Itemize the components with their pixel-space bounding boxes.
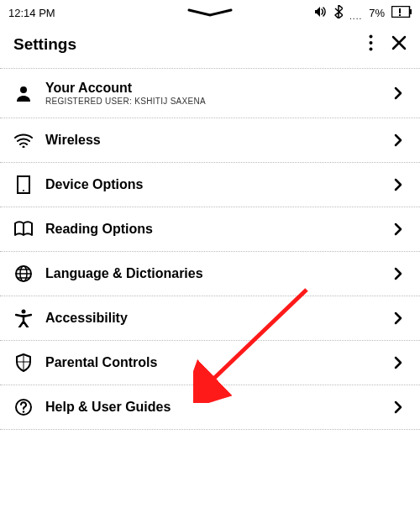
- item-title: Your Account: [45, 81, 378, 96]
- wifi-dots-icon: ....: [349, 12, 362, 21]
- book-icon: [13, 219, 34, 239]
- chevron-right-icon: [390, 178, 407, 191]
- battery-percent: 7%: [369, 7, 385, 19]
- settings-list: Your Account REGISTERED USER: KSHITIJ SA…: [0, 68, 420, 430]
- settings-item-device-options[interactable]: Device Options: [0, 162, 420, 207]
- item-title: Language & Dictionaries: [45, 266, 378, 281]
- bluetooth-icon: [334, 5, 343, 21]
- chevron-right-icon: [390, 356, 407, 369]
- status-bar: 12:14 PM .... 7%: [0, 0, 420, 23]
- status-time: 12:14 PM: [8, 7, 55, 19]
- settings-item-wireless[interactable]: Wireless: [0, 118, 420, 162]
- close-icon[interactable]: [391, 35, 407, 54]
- item-title: Reading Options: [45, 222, 378, 237]
- item-title: Parental Controls: [45, 355, 378, 370]
- settings-item-your-account[interactable]: Your Account REGISTERED USER: KSHITIJ SA…: [0, 68, 420, 118]
- chevron-right-icon: [390, 133, 407, 147]
- chevron-right-icon: [390, 311, 407, 325]
- svg-rect-2: [399, 8, 401, 13]
- item-title: Wireless: [45, 133, 378, 148]
- account-icon: [13, 83, 34, 103]
- status-icons: .... 7%: [314, 5, 412, 21]
- item-title: Device Options: [45, 177, 378, 192]
- svg-point-10: [23, 190, 24, 191]
- item-title: Accessibility: [45, 311, 378, 326]
- item-subtitle: REGISTERED USER: KSHITIJ SAXENA: [45, 97, 378, 106]
- chevron-right-icon: [390, 222, 407, 236]
- settings-item-parental-controls[interactable]: Parental Controls: [0, 340, 420, 385]
- wifi-icon: [13, 130, 34, 150]
- svg-rect-1: [410, 9, 412, 14]
- svg-point-8: [23, 146, 25, 149]
- item-title: Help & User Guides: [45, 400, 378, 415]
- more-icon[interactable]: [369, 34, 373, 55]
- svg-point-5: [370, 41, 373, 44]
- svg-point-7: [20, 86, 27, 93]
- swipe-handle-icon[interactable]: [187, 7, 233, 19]
- globe-icon: [13, 264, 34, 284]
- settings-item-reading-options[interactable]: Reading Options: [0, 207, 420, 251]
- chevron-right-icon: [390, 400, 407, 414]
- svg-rect-3: [399, 14, 401, 16]
- svg-point-6: [370, 48, 373, 51]
- tablet-icon: [13, 175, 34, 195]
- header: Settings: [0, 23, 420, 68]
- shield-icon: [13, 353, 34, 373]
- volume-icon: [314, 6, 328, 20]
- accessibility-icon: [13, 308, 34, 328]
- svg-point-13: [22, 310, 26, 314]
- svg-point-15: [23, 411, 24, 412]
- settings-item-accessibility[interactable]: Accessibility: [0, 296, 420, 340]
- chevron-right-icon: [390, 267, 407, 280]
- settings-item-help-user-guides[interactable]: Help & User Guides: [0, 385, 420, 430]
- svg-point-4: [370, 35, 373, 39]
- settings-item-language-dictionaries[interactable]: Language & Dictionaries: [0, 251, 420, 296]
- battery-icon: [391, 6, 412, 20]
- page-title: Settings: [13, 35, 369, 54]
- chevron-right-icon: [390, 86, 407, 100]
- help-icon: [13, 397, 34, 417]
